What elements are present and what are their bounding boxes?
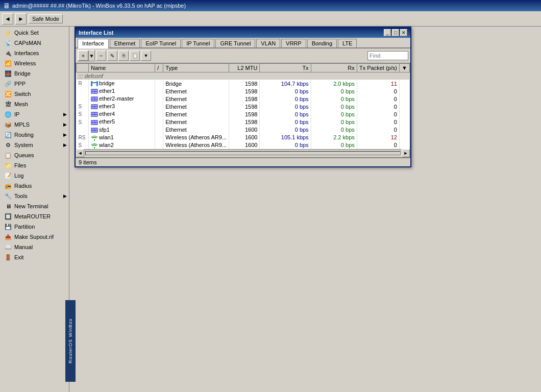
title-bar: 🖥 admin@##### ##.## (MikroTik) - WinBox … xyxy=(0,0,541,11)
col-sort[interactable]: / xyxy=(155,64,163,72)
system-icon: ⚙ xyxy=(4,141,12,149)
col-l2mtu[interactable]: L2 MTU xyxy=(229,64,260,72)
sidebar-item-routing[interactable]: 🔄Routing▶ xyxy=(0,130,69,140)
sidebar-item-label-bridge: Bridge xyxy=(14,70,31,77)
forward-button[interactable]: ► xyxy=(15,13,27,24)
cell-l2mtu: 1600 xyxy=(229,126,260,134)
col-rx[interactable]: Rx xyxy=(311,64,357,72)
tab-ethernet[interactable]: Ethernet xyxy=(110,39,140,47)
table-row[interactable]: sfp1Ethernet16000 bps0 bps0 xyxy=(77,126,410,134)
cell-flags: S xyxy=(77,103,89,110)
sidebar-item-interfaces[interactable]: 🔌Interfaces xyxy=(0,48,69,58)
safe-mode-button[interactable]: Safe Mode xyxy=(29,14,63,23)
quick-set-icon: ⚡ xyxy=(4,29,12,37)
sidebar-item-label-files: Files xyxy=(14,162,26,168)
cell-tx: 104.7 kbps xyxy=(260,80,311,87)
interface-icon-wlan xyxy=(91,134,99,140)
remove-button[interactable]: − xyxy=(96,51,106,61)
horizontal-scrollbar[interactable]: ◄ ► xyxy=(76,150,410,158)
ip-icon: 🌐 xyxy=(4,110,12,118)
interface-icon-ether xyxy=(91,127,99,133)
svg-rect-3 xyxy=(96,81,98,86)
add-button[interactable]: + xyxy=(78,51,88,61)
maximize-button[interactable]: □ xyxy=(392,29,399,36)
sidebar-item-make-supout[interactable]: 📤Make Supout.rif xyxy=(0,232,69,242)
sidebar-item-mesh[interactable]: 🕸Mesh xyxy=(0,99,69,109)
table-row[interactable]: Sether5Ethernet15980 bps0 bps0 xyxy=(77,118,410,126)
sidebar-item-system[interactable]: ⚙System▶ xyxy=(0,140,69,150)
sidebar-item-radius[interactable]: 📻Radius xyxy=(0,181,69,191)
scroll-left-button[interactable]: ◄ xyxy=(76,149,84,157)
sidebar-item-label-new-terminal: New Terminal xyxy=(14,203,48,209)
tab-interface[interactable]: Interface xyxy=(78,39,109,48)
tab-vlan[interactable]: VLAN xyxy=(256,39,280,47)
col-type[interactable]: Type xyxy=(163,64,229,72)
sidebar-item-metarouter[interactable]: 🔲MetaROUTER xyxy=(0,211,69,222)
sidebar-item-label-ppp: PPP xyxy=(14,81,26,87)
sidebar-item-queues[interactable]: 📋Queues xyxy=(0,150,69,160)
sidebar-item-switch[interactable]: 🔀Switch xyxy=(0,89,69,99)
sidebar-item-exit[interactable]: 🚪Exit xyxy=(0,252,69,262)
sidebar-item-bridge[interactable]: 🌉Bridge xyxy=(0,68,69,79)
table-row[interactable]: RSwlan1Wireless (Atheros AR9...1600105.1… xyxy=(77,134,410,141)
sidebar-item-capsman[interactable]: 📡CAPsMAN xyxy=(0,38,69,48)
sidebar-item-manual[interactable]: 📖Manual xyxy=(0,242,69,252)
tab-ip-tunnel[interactable]: IP Tunnel xyxy=(182,39,214,47)
table-row[interactable]: ether2-masterEthernet15980 bps0 bps0 xyxy=(77,95,410,103)
filter-button[interactable]: ▼ xyxy=(141,51,151,61)
tab-lte[interactable]: LTE xyxy=(338,39,357,47)
table-row[interactable]: Sether4Ethernet15980 bps0 bps0 xyxy=(77,110,410,118)
back-button[interactable]: ◄ xyxy=(2,13,13,24)
close-button[interactable]: ✕ xyxy=(400,29,407,36)
paste-button[interactable]: 📋 xyxy=(130,51,140,61)
table-row[interactable]: RbridgeBridge1598104.7 kbps2.0 kbps11 xyxy=(77,80,410,87)
sidebar-item-mpls[interactable]: 📦MPLS▶ xyxy=(0,119,69,130)
scroll-right-button[interactable]: ► xyxy=(402,149,410,157)
cell-rx: 2.2 kbps xyxy=(311,134,357,141)
find-input[interactable] xyxy=(367,51,408,60)
minimize-button[interactable]: _ xyxy=(384,29,391,36)
cell-txpacket: 0 xyxy=(357,87,399,95)
copy-button[interactable]: ⎘ xyxy=(118,51,129,61)
sidebar-item-ppp[interactable]: 🔗PPP xyxy=(0,79,69,89)
cell-sort xyxy=(155,134,163,141)
scroll-track[interactable] xyxy=(85,151,401,155)
sidebar-item-partition[interactable]: 💾Partition xyxy=(0,222,69,232)
cell-txpacket: 0 xyxy=(357,95,399,103)
edit-button[interactable]: ✎ xyxy=(107,51,117,61)
sidebar-item-tools[interactable]: 🔧Tools▶ xyxy=(0,191,69,201)
tab-gre-tunnel[interactable]: GRE Tunnel xyxy=(215,39,255,47)
tab-bonding[interactable]: Bonding xyxy=(307,39,337,47)
cell-l2mtu: 1598 xyxy=(229,118,260,126)
table-row[interactable]: Swlan2Wireless (Atheros AR9...16000 bps0… xyxy=(77,141,410,149)
col-txp[interactable]: Tx Packet (p/s) xyxy=(357,64,399,72)
cell-rx: 2.0 kbps xyxy=(311,80,357,87)
table-row[interactable]: ether1Ethernet15980 bps0 bps0 xyxy=(77,87,410,95)
col-flags[interactable] xyxy=(77,64,89,72)
sidebar-item-log[interactable]: 📝Log xyxy=(0,170,69,181)
cell-txpacket: 0 xyxy=(357,126,399,134)
cell-l2mtu: 1600 xyxy=(229,141,260,149)
cell-last xyxy=(399,134,409,141)
tab-vrrp[interactable]: VRRP xyxy=(281,39,306,47)
sidebar-item-wireless[interactable]: 📶Wireless xyxy=(0,58,69,68)
col-tx[interactable]: Tx xyxy=(260,64,311,72)
sidebar-item-new-terminal[interactable]: 🖥New Terminal xyxy=(0,201,69,211)
tab-eoip-tunnel[interactable]: EoIP Tunnel xyxy=(141,39,181,47)
cell-rx: 0 bps xyxy=(311,126,357,134)
col-expand[interactable]: ▼ xyxy=(399,64,409,72)
interface-table-container[interactable]: Name / Type L2 MTU Tx Rx Tx Packet (p/s)… xyxy=(76,63,410,150)
sidebar-item-quick-set[interactable]: ⚡Quick Set xyxy=(0,28,69,38)
sidebar-item-label-tools: Tools xyxy=(14,193,28,199)
cell-txpacket: 0 xyxy=(357,110,399,118)
col-name[interactable]: Name xyxy=(89,64,155,72)
cell-tx: 105.1 kbps xyxy=(260,134,311,141)
sidebar-item-ip[interactable]: 🌐IP▶ xyxy=(0,109,69,119)
sidebar-item-files[interactable]: 📁Files xyxy=(0,160,69,170)
svg-point-34 xyxy=(94,139,95,140)
table-row[interactable]: Sether3Ethernet15980 bps0 bps0 xyxy=(77,103,410,110)
sidebar-item-label-queues: Queues xyxy=(14,152,34,158)
routeros-winbox-label: RouterOS WinBox xyxy=(65,300,76,382)
switch-icon: 🔀 xyxy=(4,90,12,98)
add-dropdown-button[interactable]: ▼ xyxy=(88,51,94,61)
